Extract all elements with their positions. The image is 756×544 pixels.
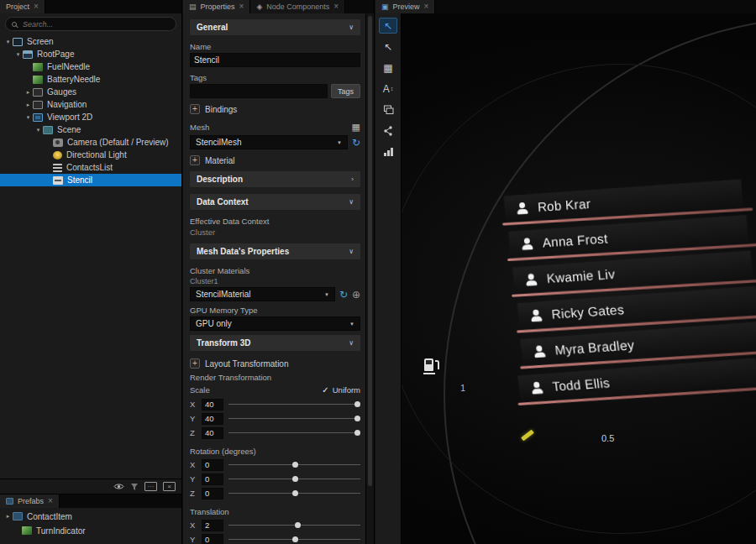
add-layout-transformation-row[interactable]: + Layout Transformation bbox=[190, 358, 360, 369]
translation-y-slider[interactable] bbox=[228, 534, 360, 544]
plus-icon[interactable]: + bbox=[190, 104, 200, 114]
slider-knob[interactable] bbox=[292, 462, 298, 468]
expander-icon[interactable]: ▾ bbox=[13, 51, 23, 58]
add-bindings-row[interactable]: + Bindings bbox=[190, 103, 360, 115]
text-tool-icon[interactable]: A↕ bbox=[379, 81, 397, 97]
close-icon[interactable]: × bbox=[48, 497, 53, 505]
scale-z-slider[interactable] bbox=[228, 427, 360, 438]
scale-x-input[interactable] bbox=[202, 399, 223, 411]
expander-icon[interactable]: ▸ bbox=[3, 513, 13, 520]
expander-icon[interactable]: ▾ bbox=[24, 114, 33, 121]
chevron-down-icon: ▼ bbox=[349, 322, 354, 327]
slider-knob[interactable] bbox=[354, 430, 360, 436]
slider-knob[interactable] bbox=[354, 416, 360, 421]
stats-tool-icon[interactable] bbox=[379, 144, 397, 160]
plus-icon[interactable]: + bbox=[190, 358, 200, 369]
section-data-context[interactable]: Data Context ∨ bbox=[190, 194, 360, 210]
close-icon[interactable]: × bbox=[424, 3, 429, 11]
mesh-dropdown[interactable]: StencilMesh ▼ bbox=[190, 135, 348, 149]
rotation-x-input[interactable] bbox=[202, 459, 223, 471]
rotation-y-slider[interactable] bbox=[228, 473, 360, 484]
section-transform-3d[interactable]: Transform 3D ∨ bbox=[190, 335, 360, 351]
translation-x-slider[interactable] bbox=[228, 520, 360, 531]
tree-item-scene[interactable]: ▾Scene bbox=[0, 123, 181, 136]
prefab-item-contactitem[interactable]: ▸ ContactItem bbox=[0, 510, 181, 522]
tags-field[interactable] bbox=[190, 84, 328, 98]
expander-icon[interactable]: ▾ bbox=[34, 127, 43, 133]
close-icon[interactable]: × bbox=[34, 3, 39, 11]
tree-item-screen[interactable]: ▾Screen bbox=[0, 35, 181, 48]
slider-knob[interactable] bbox=[354, 401, 360, 407]
filter-icon[interactable] bbox=[130, 483, 139, 491]
add-material-row[interactable]: + Material bbox=[190, 154, 360, 166]
slider-knob[interactable] bbox=[295, 522, 301, 528]
grid-tool-icon[interactable]: ▦ bbox=[379, 60, 397, 76]
name-field[interactable] bbox=[190, 53, 360, 67]
gpu-memory-dropdown[interactable]: GPU only ▼ bbox=[190, 316, 360, 331]
tags-button[interactable]: Tags bbox=[331, 84, 360, 98]
close-icon[interactable]: × bbox=[333, 3, 339, 11]
tab-node-components[interactable]: ◈ Node Components × bbox=[250, 0, 345, 13]
reset-icon[interactable]: ↻ bbox=[339, 290, 348, 300]
expander-icon[interactable]: ▾ bbox=[3, 39, 13, 45]
section-mesh-data[interactable]: Mesh Data's Properties ∨ bbox=[190, 243, 360, 259]
slider-knob[interactable] bbox=[292, 476, 298, 482]
tree-item-navigation[interactable]: ▸Navigation bbox=[0, 98, 181, 111]
slider-knob[interactable] bbox=[292, 536, 298, 542]
material-label: Material bbox=[205, 156, 235, 165]
prefab-item-turnindicator[interactable]: TurnIndicator bbox=[0, 525, 181, 536]
search-input[interactable] bbox=[21, 19, 170, 29]
section-general[interactable]: General ∨ bbox=[190, 19, 360, 35]
project-search[interactable] bbox=[5, 17, 176, 31]
keyboard-icon[interactable]: ··· bbox=[144, 482, 157, 491]
tree-item-camera[interactable]: Camera (Default / Preview) bbox=[0, 136, 181, 149]
expander-icon[interactable]: ▸ bbox=[24, 89, 33, 96]
scrollbar-thumb[interactable] bbox=[368, 16, 372, 486]
close-box-icon[interactable]: × bbox=[163, 482, 176, 491]
tree-item-contactslist[interactable]: ContactsList bbox=[0, 161, 181, 174]
expander-icon[interactable]: ▸ bbox=[24, 102, 33, 108]
tree-item-rootpage[interactable]: ▾RootPage bbox=[0, 48, 181, 60]
image-node-icon bbox=[33, 76, 43, 84]
preview-viewport[interactable]: Rob Krar Anna Frost Kwamie Liv Ricky Gat… bbox=[402, 13, 756, 544]
tree-item-stencil[interactable]: Stencil bbox=[0, 174, 181, 186]
tree-item-fuelneedle[interactable]: FuelNeedle bbox=[0, 60, 181, 73]
tree-item-batteryneedle[interactable]: BatteryNeedle bbox=[0, 73, 181, 86]
tab-preview[interactable]: ▣ Preview × bbox=[375, 0, 435, 13]
layers-tool-icon[interactable] bbox=[379, 102, 397, 118]
tree-item-directional-light[interactable]: Directional Light bbox=[0, 149, 181, 161]
rotation-x-slider[interactable] bbox=[228, 459, 360, 470]
cluster-material-dropdown[interactable]: StencilMaterial ▼ bbox=[190, 287, 335, 301]
tree-item-gauges[interactable]: ▸Gauges bbox=[0, 86, 181, 98]
tab-prefabs[interactable]: Prefabs × bbox=[0, 494, 60, 508]
scale-z-input[interactable] bbox=[202, 427, 223, 439]
contact-name: Rob Krar bbox=[537, 196, 591, 214]
rotation-z-input[interactable] bbox=[202, 488, 223, 500]
connections-tool-icon[interactable] bbox=[379, 123, 397, 139]
mesh-button-icon[interactable]: ▦ bbox=[352, 123, 360, 132]
cluster-material-row: StencilMaterial ▼ ↻ ⊕ bbox=[190, 287, 360, 301]
translation-x-input[interactable] bbox=[202, 520, 223, 531]
rotation-y-input[interactable] bbox=[202, 473, 223, 485]
rotation-z-row: Z bbox=[190, 486, 360, 500]
scale-y-slider[interactable] bbox=[228, 413, 360, 424]
rotation-z-slider[interactable] bbox=[228, 488, 360, 499]
cluster-item-label: Cluster1 bbox=[190, 277, 360, 285]
properties-scrollbar[interactable] bbox=[365, 13, 374, 544]
scale-y-input[interactable] bbox=[202, 413, 223, 425]
close-icon[interactable]: × bbox=[239, 3, 244, 11]
tree-item-viewport2d[interactable]: ▾Viewport 2D bbox=[0, 111, 181, 123]
uniform-checkbox[interactable]: ✓ Uniform bbox=[322, 385, 360, 395]
target-icon[interactable]: ⊕ bbox=[352, 290, 360, 300]
select-tool-icon[interactable]: ↖ bbox=[379, 18, 397, 34]
scale-x-slider[interactable] bbox=[228, 399, 360, 410]
tab-properties[interactable]: ▤ Properties × bbox=[183, 0, 250, 13]
pointer-tool-icon[interactable]: ↖ bbox=[379, 39, 397, 55]
visibility-eye-icon[interactable] bbox=[113, 482, 124, 491]
tab-project[interactable]: Project × bbox=[0, 0, 45, 13]
plus-icon[interactable]: + bbox=[190, 155, 200, 165]
slider-knob[interactable] bbox=[292, 490, 298, 496]
translation-y-input[interactable] bbox=[202, 534, 223, 544]
reset-icon[interactable]: ↻ bbox=[352, 138, 360, 148]
section-description[interactable]: Description › bbox=[190, 171, 360, 187]
